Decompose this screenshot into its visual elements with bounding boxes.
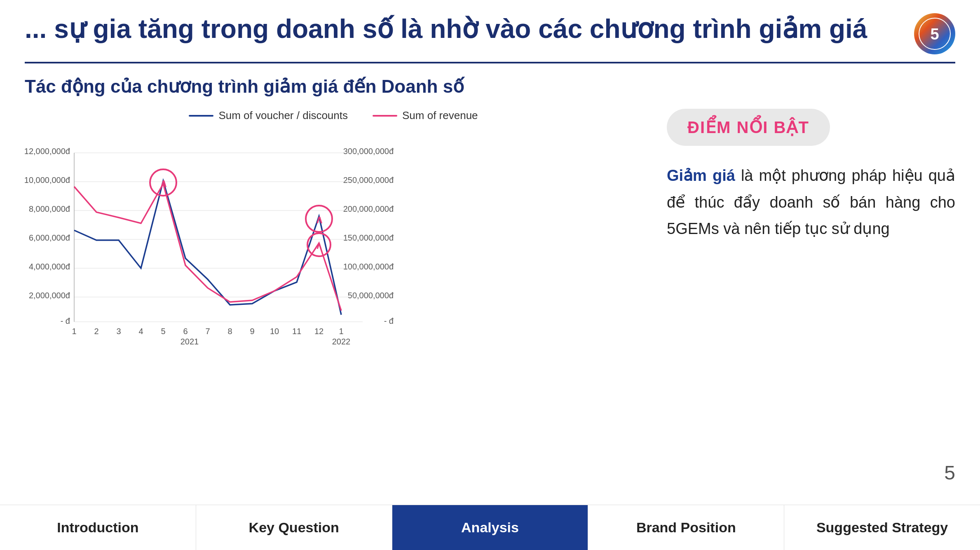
nav-label-introduction: Introduction <box>57 520 138 536</box>
svg-text:1: 1 <box>72 327 76 336</box>
header: ... sự gia tăng trong doanh số là nhờ và… <box>0 0 980 54</box>
logo: 5 <box>914 13 955 54</box>
svg-text:8: 8 <box>227 327 232 336</box>
svg-text:2,000,000đ: 2,000,000đ <box>29 291 70 300</box>
chart-area: Tác động của chương trình giảm giá đến D… <box>25 76 642 346</box>
svg-text:12: 12 <box>314 327 324 336</box>
svg-text:5: 5 <box>161 327 165 336</box>
svg-text:- đ: - đ <box>61 316 70 325</box>
svg-text:6: 6 <box>183 327 188 336</box>
legend-pink-label: Sum of revenue <box>402 109 478 122</box>
svg-text:5: 5 <box>930 26 939 43</box>
svg-text:300,000,000đ: 300,000,000đ <box>343 147 394 156</box>
nav-item-suggested-strategy[interactable]: Suggested Strategy <box>784 505 980 550</box>
svg-text:50,000,000đ: 50,000,000đ <box>348 291 394 300</box>
svg-text:10,000,000đ: 10,000,000đ <box>25 176 70 185</box>
svg-text:9: 9 <box>250 327 254 336</box>
legend-blue-label: Sum of voucher / discounts <box>218 109 348 122</box>
chart-legend: Sum of voucher / discounts Sum of revenu… <box>25 109 642 122</box>
page-title: ... sự gia tăng trong doanh số là nhờ và… <box>25 13 867 45</box>
svg-text:200,000,000đ: 200,000,000đ <box>343 204 394 213</box>
svg-text:2021: 2021 <box>181 337 199 344</box>
svg-text:150,000,000đ: 150,000,000đ <box>343 233 394 242</box>
highlight-button: ĐIỂM NỔI BẬT <box>667 109 830 146</box>
nav-label-key-question: Key Question <box>249 520 339 536</box>
svg-text:∧: ∧ <box>316 241 322 251</box>
svg-text:8,000,000đ: 8,000,000đ <box>29 204 70 213</box>
svg-text:4,000,000đ: 4,000,000đ <box>29 262 70 271</box>
svg-text:3: 3 <box>116 327 121 336</box>
nav-label-suggested-strategy: Suggested Strategy <box>816 520 948 536</box>
legend-pink: Sum of revenue <box>373 109 478 122</box>
svg-text:∧: ∧ <box>159 177 167 190</box>
chart-title: Tác động của chương trình giảm giá đến D… <box>25 76 642 97</box>
svg-text:2: 2 <box>94 327 98 336</box>
highlight-button-text: ĐIỂM NỔI BẬT <box>687 118 809 136</box>
svg-text:- đ: - đ <box>384 316 394 325</box>
right-panel: ĐIỂM NỔI BẬT Giảm giá là một phương pháp… <box>667 76 955 346</box>
nav-item-brand-position[interactable]: Brand Position <box>588 505 784 550</box>
svg-text:6,000,000đ: 6,000,000đ <box>29 233 70 242</box>
svg-text:10: 10 <box>270 327 279 336</box>
svg-text:12,000,000đ: 12,000,000đ <box>25 147 70 156</box>
svg-text:∧: ∧ <box>315 213 323 226</box>
svg-text:11: 11 <box>292 327 301 336</box>
page-number: 5 <box>944 461 955 484</box>
nav-item-introduction[interactable]: Introduction <box>0 505 196 550</box>
svg-text:4: 4 <box>138 327 143 336</box>
highlight-description: Giảm giá là một phương pháp hiệu quả để … <box>667 162 955 242</box>
legend-line-pink <box>373 115 397 117</box>
legend-line-blue <box>189 115 213 117</box>
nav-item-key-question[interactable]: Key Question <box>196 505 392 550</box>
chart-svg: 12,000,000đ 10,000,000đ 8,000,000đ 6,000… <box>25 130 396 344</box>
svg-text:1: 1 <box>339 327 343 336</box>
svg-text:7: 7 <box>205 327 210 336</box>
svg-text:2022: 2022 <box>332 337 351 344</box>
svg-text:100,000,000đ: 100,000,000đ <box>343 262 394 271</box>
main-content: Tác động của chương trình giảm giá đến D… <box>0 63 980 346</box>
highlight-bold-text: Giảm giá <box>667 167 735 184</box>
nav-item-analysis[interactable]: Analysis <box>392 505 588 550</box>
bottom-nav: Introduction Key Question Analysis Brand… <box>0 505 980 550</box>
chart-container: 12,000,000đ 10,000,000đ 8,000,000đ 6,000… <box>25 130 642 346</box>
legend-blue: Sum of voucher / discounts <box>189 109 348 122</box>
svg-text:250,000,000đ: 250,000,000đ <box>343 176 394 185</box>
nav-label-brand-position: Brand Position <box>636 520 736 536</box>
nav-label-analysis: Analysis <box>461 520 519 536</box>
